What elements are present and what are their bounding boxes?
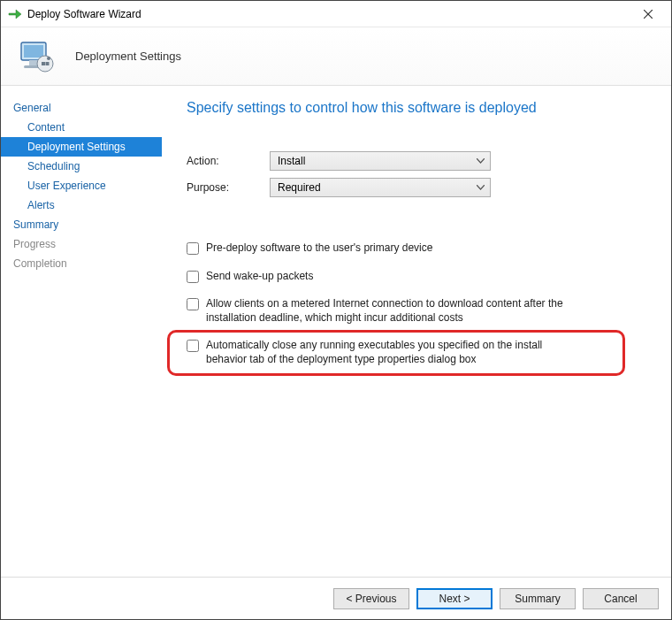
checkbox-group: Pre-deploy software to the user's primar… (187, 241, 652, 367)
sidebar-item-content[interactable]: Content (1, 118, 162, 137)
checkbox-label[interactable]: Send wake-up packets (206, 270, 313, 284)
svg-rect-4 (29, 60, 38, 65)
checkbox-1[interactable] (187, 271, 199, 283)
checkbox-2[interactable] (187, 298, 199, 310)
footer-buttons: < Previous Next > Summary Cancel (1, 577, 671, 619)
checkbox-label[interactable]: Allow clients on a metered Internet conn… (206, 297, 577, 325)
svg-point-9 (47, 57, 50, 60)
sidebar-item-user-experience[interactable]: User Experience (1, 176, 162, 195)
chevron-down-icon (477, 185, 485, 190)
svg-rect-8 (46, 62, 50, 65)
sidebar-item-summary[interactable]: Summary (1, 215, 162, 234)
action-combobox[interactable]: Install (270, 151, 491, 171)
page-title: Specify settings to control how this sof… (187, 100, 652, 116)
checkbox-row: Pre-deploy software to the user's primar… (187, 241, 652, 256)
previous-button[interactable]: < Previous (333, 588, 409, 609)
checkbox-label[interactable]: Pre-deploy software to the user's primar… (206, 241, 432, 256)
purpose-label: Purpose: (187, 181, 270, 194)
checkbox-3[interactable] (187, 340, 199, 352)
action-value: Install (278, 155, 305, 167)
header-band: Deployment Settings (1, 27, 671, 86)
computer-icon (15, 35, 57, 78)
header-subtitle: Deployment Settings (75, 50, 181, 63)
sidebar-item-deployment-settings[interactable]: Deployment Settings (1, 137, 162, 157)
svg-rect-7 (42, 62, 45, 65)
main-area: GeneralContentDeployment SettingsSchedul… (1, 86, 671, 577)
sidebar-item-scheduling[interactable]: Scheduling (1, 157, 162, 176)
content-pane: Specify settings to control how this sof… (162, 86, 671, 577)
sidebar-item-progress: Progress (1, 234, 162, 254)
action-label: Action: (187, 155, 270, 167)
checkbox-row: Send wake-up packets (187, 270, 652, 284)
checkbox-row: Automatically close any running executab… (187, 339, 652, 366)
action-row: Action: Install (187, 151, 652, 171)
titlebar: Deploy Software Wizard (1, 1, 671, 27)
purpose-combobox[interactable]: Required (270, 178, 491, 197)
next-button[interactable]: Next > (416, 588, 493, 609)
svg-rect-3 (24, 45, 43, 57)
sidebar-item-completion: Completion (1, 254, 162, 273)
cancel-button[interactable]: Cancel (583, 588, 659, 609)
close-button[interactable] (630, 2, 666, 27)
checkbox-0[interactable] (187, 242, 199, 255)
summary-button[interactable]: Summary (500, 588, 576, 609)
sidebar-item-general[interactable]: General (1, 98, 162, 118)
wizard-window: Deploy Software Wizard Deployment Settin… (0, 0, 672, 620)
purpose-row: Purpose: Required (187, 178, 652, 197)
sidebar-item-alerts[interactable]: Alerts (1, 195, 162, 215)
purpose-value: Required (278, 181, 321, 194)
checkbox-row: Allow clients on a metered Internet conn… (187, 297, 652, 325)
window-title: Deploy Software Wizard (27, 8, 630, 20)
wizard-steps-sidebar: GeneralContentDeployment SettingsSchedul… (1, 86, 162, 577)
chevron-down-icon (477, 158, 485, 164)
deploy-arrow-icon (8, 7, 22, 21)
checkbox-label[interactable]: Automatically close any running executab… (206, 339, 577, 366)
